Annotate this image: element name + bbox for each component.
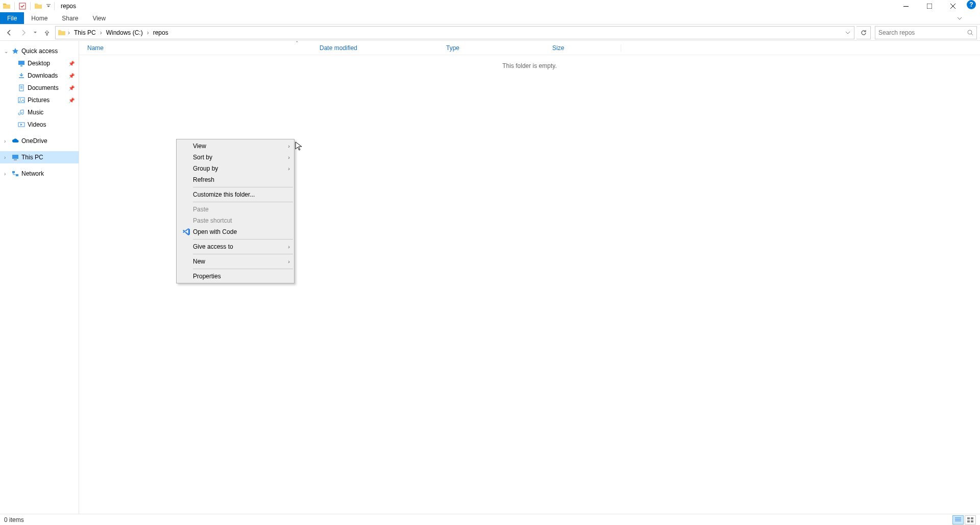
icons-view-button[interactable] [965,515,976,524]
content-pane[interactable]: Name ⌃ Date modified Type Size This fold… [79,41,980,514]
tab-file[interactable]: File [0,12,24,24]
navbar: › This PC › Windows (C:) › repos [0,25,980,41]
column-headers: Name ⌃ Date modified Type Size [79,41,980,55]
search-icon [967,30,973,36]
breadcrumb-drive[interactable]: Windows (C:) [103,27,146,39]
menu-customize-folder[interactable]: Customize this folder... [177,189,294,200]
svg-rect-1 [46,4,51,5]
chevron-right-icon[interactable]: › [4,171,9,177]
sidebar-item-label: Desktop [28,60,50,67]
sidebar-this-pc[interactable]: › This PC [0,151,79,163]
svg-rect-17 [967,520,970,522]
close-button[interactable] [941,0,965,12]
menu-new[interactable]: New› [177,256,294,267]
menu-properties[interactable]: Properties [177,271,294,282]
forward-button[interactable] [17,27,30,39]
back-button[interactable] [3,27,15,39]
sidebar-item-label: Downloads [28,72,58,79]
sidebar-item-music[interactable]: Music [0,106,79,118]
address-bar[interactable]: › This PC › Windows (C:) › repos [55,26,854,39]
breadcrumb-this-pc[interactable]: This PC [71,27,99,39]
pc-icon [11,153,19,161]
sidebar-onedrive[interactable]: › OneDrive [0,135,79,147]
search-input[interactable] [878,29,967,36]
column-name[interactable]: Name ⌃ [87,44,320,52]
network-icon [11,170,19,178]
separator [14,2,15,10]
qat-dropdown-icon[interactable] [45,1,52,12]
maximize-button[interactable] [918,0,941,12]
refresh-button[interactable] [856,26,871,39]
sidebar-item-label: Documents [28,84,59,91]
sidebar-network[interactable]: › Network [0,168,79,180]
sidebar-item-desktop[interactable]: Desktop 📌 [0,57,79,69]
chevron-down-icon[interactable]: ⌄ [4,49,9,54]
sidebar-label: Quick access [21,47,58,55]
sidebar-item-label: Pictures [28,97,50,104]
menu-refresh[interactable]: Refresh [177,174,294,185]
properties-qat-icon[interactable] [17,1,28,12]
context-menu: View› Sort by› Group by› Refresh Customi… [176,139,295,283]
chevron-right-icon[interactable]: › [67,29,71,36]
separator [54,2,55,10]
menu-label: New [192,258,288,265]
videos-icon [17,121,26,129]
address-history-dropdown[interactable] [842,27,854,39]
up-button[interactable] [41,27,53,39]
menu-label: Give access to [192,243,288,250]
vscode-icon [181,228,192,236]
menu-label: View [192,142,288,150]
menu-sort-by[interactable]: Sort by› [177,152,294,163]
ribbon-expand-icon[interactable] [953,12,966,25]
menu-group-by[interactable]: Group by› [177,163,294,174]
empty-folder-text: This folder is empty. [79,55,980,69]
help-icon[interactable]: ? [967,0,976,9]
details-view-button[interactable] [952,515,964,524]
new-folder-qat-icon[interactable] [33,1,44,12]
sidebar-quick-access[interactable]: ⌄ Quick access [0,45,79,57]
menu-divider [193,254,293,254]
sidebar-item-downloads[interactable]: Downloads 📌 [0,69,79,82]
pin-icon: 📌 [68,98,75,103]
submenu-arrow-icon: › [288,258,290,265]
recent-dropdown-icon[interactable] [32,27,39,39]
menu-open-with-code[interactable]: Open with Code [177,226,294,237]
menu-label: Customize this folder... [192,191,290,198]
menu-label: Paste [192,206,290,213]
sidebar-item-pictures[interactable]: Pictures 📌 [0,94,79,106]
chevron-right-icon[interactable]: › [4,138,9,144]
submenu-arrow-icon: › [288,143,290,149]
ribbon-tabs: File Home Share View [0,12,980,25]
tab-share[interactable]: Share [55,12,85,24]
submenu-arrow-icon: › [288,154,290,160]
svg-rect-18 [971,520,973,522]
sidebar-label: This PC [21,154,43,161]
search-box[interactable] [875,26,977,39]
menu-divider [193,269,293,269]
sidebar-item-documents[interactable]: Documents 📌 [0,82,79,94]
submenu-arrow-icon: › [288,244,290,250]
view-mode-switcher [952,515,976,524]
column-size[interactable]: Size [552,44,621,52]
chevron-right-icon[interactable]: › [99,29,103,36]
menu-divider [193,187,293,187]
menu-label: Properties [192,273,290,280]
chevron-right-icon[interactable]: › [4,155,9,160]
tab-home[interactable]: Home [24,12,55,24]
sidebar-item-videos[interactable]: Videos [0,118,79,131]
menu-divider [193,239,293,240]
breadcrumb-folder[interactable]: repos [150,27,172,39]
chevron-right-icon[interactable]: › [146,29,150,36]
column-date-modified[interactable]: Date modified [320,44,446,52]
menu-paste: Paste [177,204,294,215]
folder-icon [58,29,66,37]
tab-view[interactable]: View [85,12,113,24]
svg-rect-12 [14,159,17,160]
menu-view[interactable]: View› [177,140,294,152]
column-type[interactable]: Type [446,44,552,52]
pin-icon: 📌 [68,85,75,91]
submenu-arrow-icon: › [288,165,290,172]
minimize-button[interactable] [894,0,918,12]
menu-give-access-to[interactable]: Give access to› [177,241,294,252]
svg-rect-2 [903,6,909,7]
